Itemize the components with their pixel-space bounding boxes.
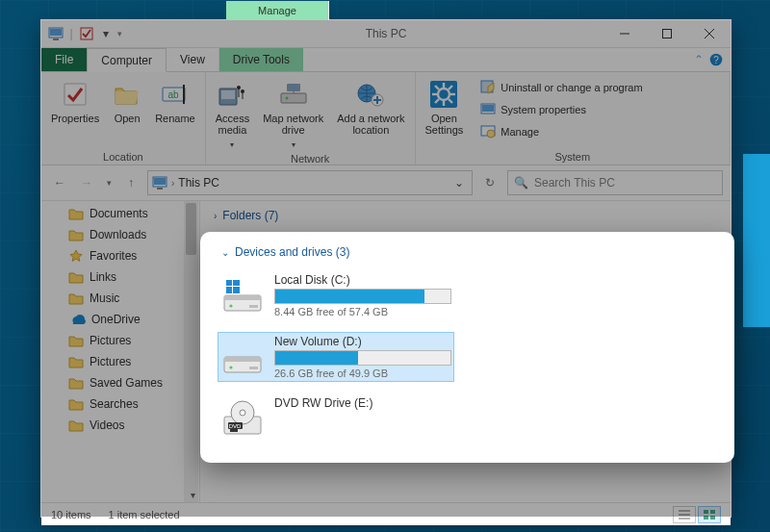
svg-rect-67	[704, 516, 708, 519]
ribbon-group-network: Access media▾ Map network drive▾ Add a n…	[206, 72, 416, 165]
drive-label: New Volume (D:)	[274, 335, 451, 348]
nav-item-downloads[interactable]: Downloads	[41, 224, 199, 245]
drive-item[interactable]: New Volume (D:)26.6 GB free of 49.9 GB	[218, 332, 454, 382]
ribbon: Properties Open abRename Location Access…	[41, 72, 731, 165]
svg-rect-35	[482, 105, 494, 112]
system-properties-button[interactable]: System properties	[475, 100, 648, 119]
qat-dropdown-icon[interactable]: ▾	[99, 23, 113, 44]
nav-item-documents[interactable]: Documents	[41, 203, 199, 224]
svg-rect-39	[154, 178, 166, 185]
title-bar: | ▾ ▾ Manage This PC	[41, 20, 731, 48]
svg-point-54	[229, 366, 232, 368]
access-media-button[interactable]: Access media▾	[210, 76, 255, 151]
ribbon-caret-icon[interactable]: ⌃	[694, 53, 704, 66]
nav-item-music[interactable]: Music	[41, 288, 199, 309]
nav-item-label: Pictures	[90, 334, 131, 347]
manage-button[interactable]: Manage	[475, 122, 648, 141]
svg-rect-15	[221, 90, 235, 99]
open-button[interactable]: Open	[107, 76, 147, 149]
ribbon-group-location: Properties Open abRename Location	[41, 72, 206, 165]
qat-thispc-icon[interactable]	[45, 23, 66, 44]
nav-item-links[interactable]: Links	[41, 266, 199, 288]
qat-overflow-icon[interactable]: ▾	[115, 23, 124, 44]
rename-button[interactable]: abRename	[149, 76, 201, 149]
drive-icon	[220, 335, 265, 379]
svg-point-50	[229, 304, 232, 307]
close-button[interactable]	[688, 20, 731, 47]
svg-rect-44	[226, 287, 232, 293]
nav-item-videos[interactable]: Videos	[41, 415, 199, 436]
ribbon-caption-location: Location	[45, 149, 201, 165]
open-settings-button[interactable]: Open Settings	[420, 76, 470, 149]
minimize-button[interactable]	[603, 20, 646, 47]
svg-text:?: ?	[713, 55, 719, 65]
add-network-location-button[interactable]: Add a network location	[331, 76, 410, 151]
tab-drive-tools[interactable]: Drive Tools	[219, 48, 303, 71]
nav-item-icon	[68, 355, 84, 368]
breadcrumb-bar[interactable]: › This PC ⌄	[147, 170, 473, 195]
tab-computer[interactable]: Computer	[87, 48, 167, 72]
nav-item-icon	[68, 376, 84, 390]
nav-item-saved-games[interactable]: Saved Games	[41, 372, 199, 393]
settings-gear-icon	[429, 80, 458, 109]
search-icon: 🔍	[514, 176, 528, 190]
nav-forward-button[interactable]: →	[76, 172, 97, 193]
nav-item-icon	[68, 291, 84, 305]
nav-up-button[interactable]: ↑	[120, 172, 141, 193]
nav-item-pictures[interactable]: Pictures	[41, 351, 199, 372]
drive-item[interactable]: Local Disk (C:)8.44 GB free of 57.4 GB	[218, 270, 454, 320]
open-folder-icon	[113, 80, 141, 109]
nav-item-label: Downloads	[90, 228, 146, 241]
qat-properties-icon[interactable]	[76, 23, 97, 44]
nav-item-icon	[68, 334, 84, 347]
scrollbar-down-arrow[interactable]: ▾	[191, 490, 195, 500]
uninstall-button[interactable]: Uninstall or change a program	[475, 78, 648, 97]
svg-rect-49	[224, 295, 261, 300]
navigation-pane: DocumentsDownloadsFavoritesLinksMusicOne…	[41, 201, 200, 502]
svg-rect-53	[224, 357, 261, 362]
breadcrumb-dropdown-icon[interactable]: ⌄	[450, 176, 468, 190]
svg-point-19	[285, 97, 288, 100]
status-bar: 10 items 1 item selected	[41, 502, 731, 525]
refresh-button[interactable]: ↻	[478, 171, 501, 194]
map-network-drive-button[interactable]: Map network drive▾	[257, 76, 329, 151]
nav-item-onedrive[interactable]: OneDrive	[41, 309, 199, 330]
desktop: | ▾ ▾ Manage This PC File Computer View …	[0, 0, 770, 532]
drive-label: DVD RW Drive (E:)	[274, 396, 451, 410]
uninstall-icon	[480, 80, 496, 95]
access-media-icon	[218, 80, 246, 109]
nav-item-icon	[68, 397, 84, 411]
tab-view[interactable]: View	[167, 48, 219, 71]
nav-item-searches[interactable]: Searches	[41, 393, 199, 415]
scrollbar-thumb[interactable]	[186, 203, 196, 255]
view-icons-button[interactable]	[698, 506, 721, 523]
tab-file[interactable]: File	[41, 48, 87, 71]
search-input[interactable]: 🔍 Search This PC	[507, 170, 723, 195]
nav-item-label: Videos	[90, 418, 124, 432]
nav-item-icon	[68, 207, 84, 220]
chevron-right-icon: ›	[214, 211, 217, 221]
properties-icon	[61, 80, 90, 109]
svg-rect-57	[230, 429, 238, 432]
folders-group-header[interactable]: › Folders (7)	[210, 207, 727, 224]
help-icon[interactable]: ?	[709, 53, 723, 66]
usage-bar	[274, 350, 451, 366]
nav-item-icon	[68, 249, 84, 263]
breadcrumb-text[interactable]: This PC	[178, 176, 219, 190]
nav-item-pictures[interactable]: Pictures	[41, 330, 199, 351]
nav-item-label: Documents	[90, 207, 148, 220]
explorer-window: | ▾ ▾ Manage This PC File Computer View …	[40, 19, 732, 518]
view-details-button[interactable]	[673, 506, 696, 523]
devices-group-header[interactable]: ⌄ Devices and drives (3)	[218, 243, 717, 261]
drive-item[interactable]: DVDDVD RW Drive (E:)	[218, 393, 454, 443]
svg-text:ab: ab	[167, 89, 179, 100]
manage-icon	[480, 125, 496, 139]
nav-back-button[interactable]: ←	[49, 172, 70, 193]
nav-history-dropdown[interactable]: ▾	[103, 172, 115, 193]
nav-scrollbar[interactable]: ▾	[184, 201, 198, 502]
maximize-button[interactable]	[646, 20, 688, 47]
properties-button[interactable]: Properties	[45, 76, 105, 149]
svg-rect-2	[53, 38, 59, 40]
svg-rect-65	[704, 510, 708, 514]
nav-item-favorites[interactable]: Favorites	[41, 245, 199, 266]
